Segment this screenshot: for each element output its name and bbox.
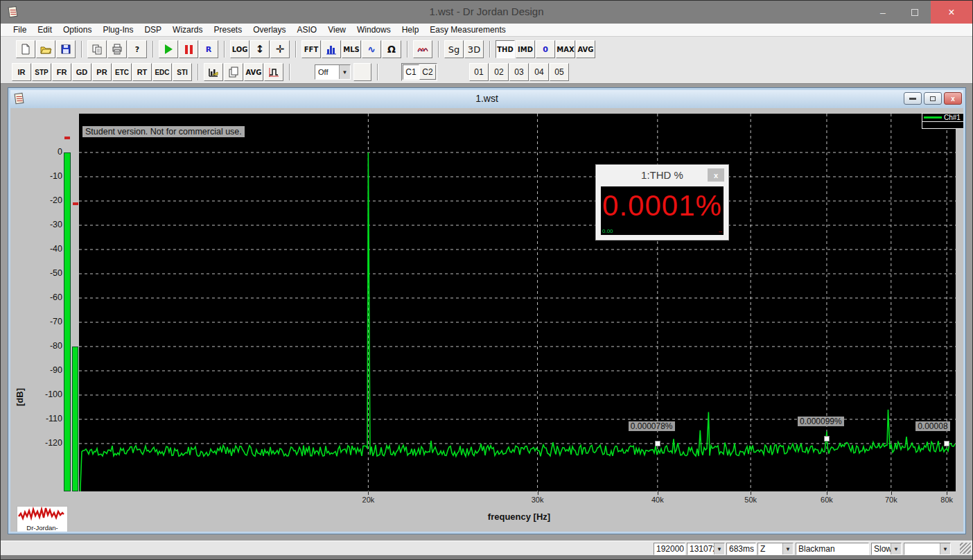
overlay-copy-button[interactable] xyxy=(224,63,243,81)
imd-button[interactable]: IMD xyxy=(516,40,535,58)
edc-button[interactable]: EDC xyxy=(152,63,172,81)
fr-button[interactable]: FR xyxy=(52,63,71,81)
chevron-down-icon[interactable]: ▼ xyxy=(782,543,793,554)
copy-button[interactable] xyxy=(87,40,107,58)
ir-button[interactable]: IR xyxy=(12,63,31,81)
record-button[interactable]: R xyxy=(199,40,218,58)
etc-button[interactable]: ETC xyxy=(112,63,132,81)
x-tick-mark xyxy=(658,491,658,495)
spectrum-plot[interactable]: 0.000078%0.000099%0.00008 xyxy=(79,114,956,491)
harmonic-marker[interactable] xyxy=(655,441,660,446)
fft-window-field[interactable]: Blackman xyxy=(796,543,869,555)
menu-item-file[interactable]: File xyxy=(8,24,32,37)
logo-waveform-icon xyxy=(17,507,67,525)
averaging-combo[interactable]: Slow ▼ xyxy=(871,543,902,555)
spectrum-button[interactable] xyxy=(322,40,341,58)
preset-04-label: 04 xyxy=(534,67,543,77)
harmonic-marker[interactable] xyxy=(824,436,830,441)
avg2-button[interactable]: AVG xyxy=(244,63,263,81)
menu-item-plug-ins[interactable]: Plug-Ins xyxy=(97,24,139,37)
preset-01-button[interactable]: 01 xyxy=(469,63,489,81)
pr-button[interactable]: PR xyxy=(92,63,112,81)
menu-item-dsp[interactable]: DSP xyxy=(139,24,167,37)
overlay-curves-button[interactable] xyxy=(413,40,432,58)
doc-close-button[interactable]: x xyxy=(944,92,962,105)
menu-item-view[interactable]: View xyxy=(322,24,351,37)
fft-size-combo[interactable]: 131072 ▼ xyxy=(687,543,725,555)
etc-label: ETC xyxy=(115,69,129,76)
mls-button[interactable]: MLS xyxy=(342,40,361,58)
chevron-down-icon[interactable]: ▼ xyxy=(339,65,350,79)
preset-05-button[interactable]: 05 xyxy=(550,63,569,81)
document-title-bar[interactable]: 1.wst x xyxy=(10,90,963,108)
plot-client-area: 0.000078%0.000099%0.00008 Student versio… xyxy=(10,108,963,532)
extra-combo[interactable]: ▼ xyxy=(904,543,951,555)
c2-button[interactable]: C2 xyxy=(419,64,436,80)
harmonic-marker[interactable] xyxy=(944,441,949,446)
fft-button[interactable]: FFT xyxy=(301,40,321,58)
sti-button[interactable]: STI xyxy=(173,63,192,81)
preset-02-button[interactable]: 02 xyxy=(489,63,509,81)
chevron-down-icon[interactable]: ▼ xyxy=(891,543,901,554)
c1-button[interactable]: C1 xyxy=(403,64,419,80)
menu-item-windows[interactable]: Windows xyxy=(351,24,396,37)
thd-measurement-window[interactable]: 1:THD % x 0.0001% 0.00 -- xyxy=(595,164,729,240)
extra-value xyxy=(904,543,940,554)
resize-grip[interactable] xyxy=(960,543,971,554)
save-button[interactable] xyxy=(56,40,76,58)
zero-button[interactable]: 0 xyxy=(536,40,555,58)
help-button[interactable]: ? xyxy=(128,40,147,58)
play-button[interactable] xyxy=(159,40,178,58)
chevron-down-icon[interactable]: ▼ xyxy=(714,543,724,554)
impedance-button[interactable]: Ω xyxy=(382,40,401,58)
thd-label: THD xyxy=(497,46,514,53)
preset-03-button[interactable]: 03 xyxy=(509,63,529,81)
max-button[interactable]: MAX xyxy=(556,40,575,58)
menu-item-wizards[interactable]: Wizards xyxy=(167,24,208,37)
pan-button[interactable]: ✛ xyxy=(270,40,290,58)
step-response-button[interactable] xyxy=(264,63,283,81)
gd-button[interactable]: GD xyxy=(72,63,91,81)
signal-list-button[interactable] xyxy=(204,63,223,81)
doc-restore-button[interactable] xyxy=(924,92,942,105)
overlay-mode-combo[interactable]: Off▼ xyxy=(315,64,351,80)
menu-item-help[interactable]: Help xyxy=(396,24,425,37)
menu-item-overlays[interactable]: Overlays xyxy=(247,24,291,37)
3d-button[interactable]: 3D xyxy=(464,40,484,58)
sample-rate-field[interactable]: 192000 xyxy=(654,543,685,555)
weighting-combo[interactable]: Z ▼ xyxy=(757,543,794,555)
avg-button[interactable]: AVG xyxy=(576,40,595,58)
close-button[interactable]: × xyxy=(931,1,972,24)
thd-close-button[interactable]: x xyxy=(708,168,724,182)
minimize-button[interactable]: – xyxy=(867,1,899,24)
thd-button[interactable]: THD xyxy=(496,40,515,58)
sg-button[interactable]: Sg xyxy=(444,40,464,58)
stp-button[interactable]: STP xyxy=(32,63,51,81)
edc-label: EDC xyxy=(155,69,169,76)
signal-generator-button[interactable]: ∿ xyxy=(362,40,381,58)
menu-item-asio[interactable]: ASIO xyxy=(291,24,322,37)
chevron-down-icon[interactable]: ▼ xyxy=(940,543,950,554)
menu-item-edit[interactable]: Edit xyxy=(32,24,58,37)
pause-button[interactable] xyxy=(179,40,198,58)
doc-minimize-button[interactable] xyxy=(904,92,922,105)
zoom-vertical-button[interactable]: ↕ xyxy=(250,40,270,58)
new-button[interactable] xyxy=(16,40,35,58)
log-scale-button[interactable]: LOG xyxy=(230,40,249,58)
rt-button[interactable]: RT xyxy=(132,63,152,81)
y-tick-label: -70 xyxy=(21,317,62,326)
c2-label: C2 xyxy=(422,67,432,77)
menu-item-options[interactable]: Options xyxy=(58,24,97,37)
maximize-button[interactable] xyxy=(899,1,931,24)
menu-item-easy-measurements[interactable]: Easy Measurements xyxy=(424,24,511,37)
fr-label: FR xyxy=(57,68,67,76)
dr-jordan-logo: Dr-Jordan-Design xyxy=(17,506,68,532)
open-button[interactable] xyxy=(36,40,55,58)
preset-04-button[interactable]: 04 xyxy=(529,63,549,81)
menu-item-presets[interactable]: Presets xyxy=(208,24,247,37)
blank-button[interactable] xyxy=(353,63,371,81)
print-button[interactable] xyxy=(107,40,127,58)
signal-generator-label: ∿ xyxy=(367,44,376,55)
watermark-label: Student version. Not for commercial use. xyxy=(82,126,245,137)
toolbar-separator xyxy=(489,41,491,58)
